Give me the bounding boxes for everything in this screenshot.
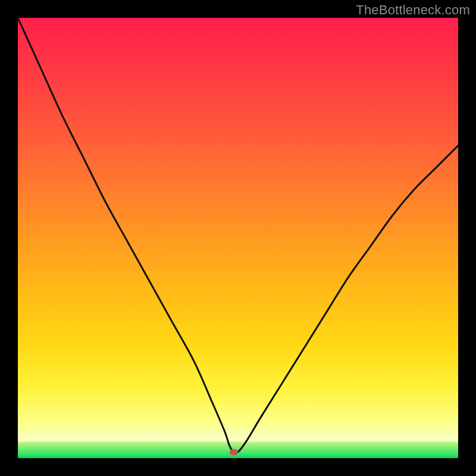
watermark-text: TheBottleneck.com — [356, 2, 470, 18]
chart-stage: TheBottleneck.com — [0, 0, 476, 476]
minimum-marker — [230, 449, 238, 455]
plot-area — [18, 18, 458, 458]
bottleneck-curve — [18, 18, 458, 458]
bottleneck-curve-path — [18, 18, 458, 453]
